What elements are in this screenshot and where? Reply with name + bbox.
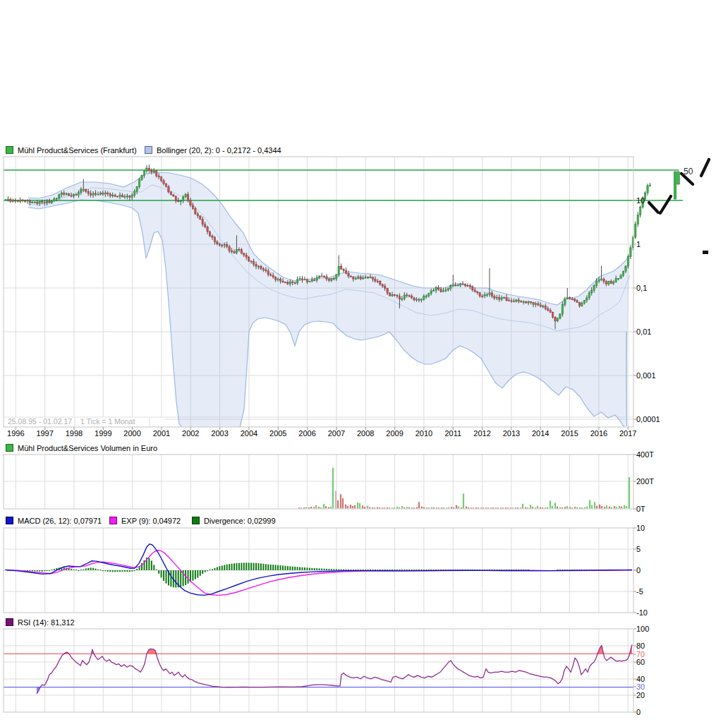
multi-panel-stock-chart: 25.08.95 - 01.02.171 Tick = 1 Monat xyxy=(0,0,728,722)
tick-interval-text: 1 Tick = 1 Monat xyxy=(80,417,135,426)
x-axis-year-label: 2008 xyxy=(350,429,381,438)
rsi-panel-series xyxy=(4,644,633,694)
volume-bars xyxy=(298,468,630,509)
macd-axis-tick-label: -10 xyxy=(636,608,648,617)
rsi-axis-tick-label: 30 xyxy=(636,682,645,691)
x-axis-year-label: 2009 xyxy=(380,429,411,438)
x-axis-year-label: 1997 xyxy=(30,429,61,438)
price-axis-tick-label: 0,0001 xyxy=(636,415,660,423)
volume-axis-tick-label: 400T xyxy=(636,450,654,459)
volume-axis-tick-label: 0T xyxy=(636,505,645,513)
rsi-axis-tick-label: 80 xyxy=(636,642,645,650)
hand-annotation-50-label: 50 xyxy=(684,167,693,176)
price-axis-tick-label: 0,01 xyxy=(636,327,651,336)
macd-axis-tick-label: -5 xyxy=(636,587,643,596)
x-axis-year-label: 2016 xyxy=(583,429,614,438)
x-axis-year-label: 1999 xyxy=(87,429,119,438)
x-axis-year-label: 2017 xyxy=(612,429,643,438)
bollinger-band xyxy=(28,172,630,428)
x-axis-year-label: 2005 xyxy=(262,429,293,438)
x-axis-year-label: 1996 xyxy=(0,429,31,438)
info-bar: 25.08.95 - 01.02.171 Tick = 1 Monat xyxy=(4,417,633,426)
macd-axis-tick-label: 0 xyxy=(636,566,641,574)
x-axis-year-label: 2010 xyxy=(408,429,439,438)
x-axis-year-label: 2011 xyxy=(437,429,468,438)
date-range-text: 25.08.95 - 01.02.17 xyxy=(8,417,72,426)
price-axis-tick-label: 0,001 xyxy=(636,371,656,380)
x-axis-year-label: 2002 xyxy=(175,429,206,438)
x-axis-year-label: 2004 xyxy=(233,429,265,438)
volume-axis-tick-label: 200T xyxy=(636,477,654,486)
macd-axis-tick-label: 5 xyxy=(636,545,641,553)
x-axis-year-label: 2012 xyxy=(467,429,498,438)
price-axis-tick-label: 10 xyxy=(636,196,645,205)
x-axis-year-label: 2006 xyxy=(292,429,323,438)
x-axis-year-label: 2001 xyxy=(146,429,177,438)
x-axis-year-label: 2014 xyxy=(525,429,556,438)
price-axis-tick-label: 0,1 xyxy=(636,284,647,292)
rsi-axis-tick-label: 0 xyxy=(636,708,641,716)
x-axis-year-label: 2007 xyxy=(321,429,352,438)
price-axis-tick-label: 1 xyxy=(636,240,641,248)
x-axis-year-label: 2003 xyxy=(205,429,236,438)
stock-chart-page: { "colors": { "grid": "#dcdcdc", "border… xyxy=(0,0,728,722)
rsi-axis-tick-label: 60 xyxy=(636,658,645,666)
macd-axis-tick-label: 10 xyxy=(636,524,645,532)
rsi-axis-tick-label: 20 xyxy=(636,691,645,699)
detached-candles xyxy=(674,171,679,199)
x-axis-year-label: 2015 xyxy=(554,429,586,438)
rsi-axis-tick-label: 100 xyxy=(636,625,649,633)
x-axis-year-label: 2013 xyxy=(496,429,527,438)
x-axis-year-label: 2000 xyxy=(117,429,148,438)
macd-panel-series xyxy=(5,544,632,596)
x-axis-year-label: 1998 xyxy=(59,429,90,438)
